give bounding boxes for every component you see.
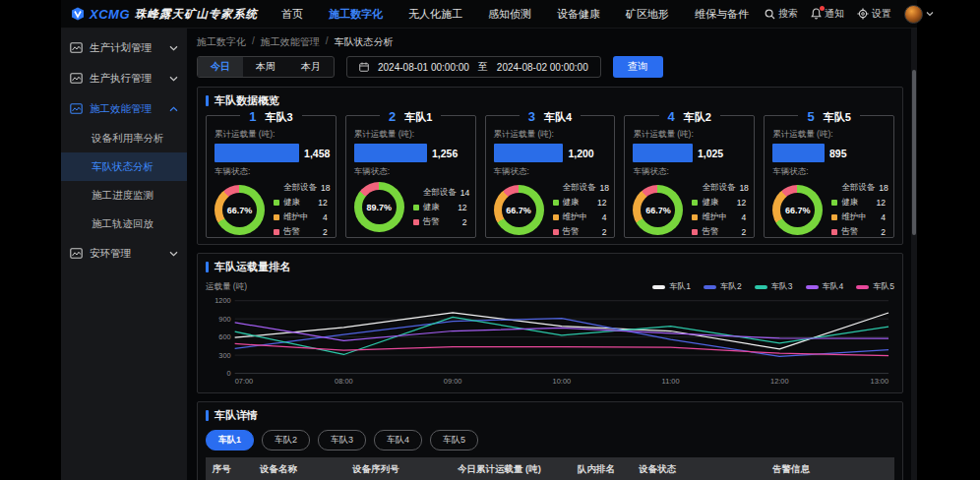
load-value: 1,256 <box>432 148 458 159</box>
details-title-text: 车队详情 <box>214 408 258 423</box>
legend-value: 2 <box>602 227 607 237</box>
settings-label: 设置 <box>872 7 891 21</box>
query-button[interactable]: 查询 <box>613 56 663 78</box>
legend-value: 4 <box>323 212 328 222</box>
legend-row: 健康12 <box>553 197 607 209</box>
sidebar-subitem-3-2[interactable]: 车队状态分析 <box>61 152 187 181</box>
sidebar-item-2[interactable]: 生产执行管理 <box>61 63 187 93</box>
filter-row: 今日本周本月 2024-08-01 00:00:00 至 2024-08-02 … <box>197 56 903 78</box>
chart-legend-item-1[interactable]: 车队1 <box>652 281 691 293</box>
line-chart: 0300600900120007:0008:0009:0010:0011:001… <box>206 294 894 387</box>
legend-row: 维护中4 <box>274 211 328 223</box>
load-value: 1,025 <box>698 148 723 159</box>
chart-legend: 车队1车队2车队3车队4车队5 <box>652 281 894 293</box>
fleet-card-5[interactable]: 5车队5累计运载量 (吨):895车辆状态:66.7%全部设备18健康12维护中… <box>764 115 894 238</box>
chart-title-text: 车队运载量排名 <box>214 260 290 274</box>
nav-item-1[interactable]: 首页 <box>281 7 303 22</box>
fleet-name: 车队3 <box>265 110 292 125</box>
chart-legend-item-4[interactable]: 车队4 <box>806 281 844 293</box>
status-label: 车辆状态: <box>633 166 746 178</box>
fleet-card-1[interactable]: 1车队3累计运载量 (吨):1,458车辆状态:66.7%全部设备18健康12维… <box>206 115 337 238</box>
legend-row: 全部设备18 <box>553 182 607 194</box>
x-tick-label: 08:00 <box>335 377 353 386</box>
sidebar-subitem-3-3[interactable]: 施工进度监测 <box>61 181 187 210</box>
app-body: 生产计划管理生产执行管理施工效能管理设备利用率分析车队状态分析施工进度监测施工轨… <box>61 29 917 480</box>
notifications-action[interactable]: 通知 <box>811 7 844 21</box>
fleet-name: 车队2 <box>684 110 711 125</box>
chart-legend-item-3[interactable]: 车队3 <box>755 281 793 293</box>
card-header-inner: 4车队2 <box>659 109 720 125</box>
overview-title-text: 车队数据概览 <box>214 93 279 108</box>
breadcrumb-item-2[interactable]: 施工效能管理 <box>261 35 320 49</box>
card-header-inner: 1车队3 <box>240 109 301 125</box>
x-tick-label: 12:00 <box>770 377 789 386</box>
user-menu[interactable] <box>904 5 934 24</box>
breadcrumb-item-3[interactable]: 车队状态分析 <box>335 35 394 49</box>
load-bar <box>214 144 299 162</box>
chart-legend-item-2[interactable]: 车队2 <box>704 281 742 293</box>
brand: XCMG 珠峰露天矿山专家系统 <box>71 7 266 22</box>
chart-panel-title: 车队运载量排名 <box>206 260 894 274</box>
time-range-segmented: 今日本周本月 <box>197 56 335 78</box>
nav-item-6[interactable]: 矿区地形 <box>626 7 669 22</box>
page-scrollbar-thumb[interactable] <box>912 70 916 235</box>
fleet-tab-5[interactable]: 车队5 <box>430 430 478 450</box>
status-donut-chart: 66.7% <box>772 185 823 235</box>
top-actions: 搜索 通知 设置 <box>765 5 934 24</box>
sidebar-subitem-3-1[interactable]: 设备利用率分析 <box>61 124 187 152</box>
nav-item-2[interactable]: 施工数字化 <box>329 7 383 22</box>
page-scrollbar[interactable] <box>911 29 917 480</box>
sidebar-subitem-3-4[interactable]: 施工轨迹回放 <box>61 210 187 238</box>
legend-row: 告警2 <box>553 226 607 238</box>
range-tab-1[interactable]: 今日 <box>198 57 243 77</box>
fleet-overview-panel: 车队数据概览 1车队3累计运载量 (吨):1,458车辆状态:66.7%全部设备… <box>197 87 903 245</box>
search-action[interactable]: 搜索 <box>765 7 798 21</box>
legend-row: 告警2 <box>692 226 746 238</box>
main-nav: 首页施工数字化无人化施工感知侦测设备健康矿区地形维保与备件 <box>281 7 749 22</box>
overview-panel-title: 车队数据概览 <box>206 93 894 108</box>
range-tab-3[interactable]: 本月 <box>288 57 334 77</box>
x-tick-label: 07:00 <box>235 377 254 386</box>
sidebar-item-label: 生产计划管理 <box>90 41 162 55</box>
sidebar-item-1[interactable]: 生产计划管理 <box>61 32 187 63</box>
fleet-tab-4[interactable]: 车队4 <box>374 430 422 450</box>
legend-value: 4 <box>602 212 607 222</box>
app-title: 珠峰露天矿山专家系统 <box>135 7 258 22</box>
fleet-tab-1[interactable]: 车队1 <box>206 430 254 450</box>
sidebar-item-3[interactable]: 施工效能管理 <box>61 93 187 124</box>
range-tab-2[interactable]: 本周 <box>243 57 288 77</box>
fleet-card-2[interactable]: 2车队1累计运载量 (吨):1,256车辆状态:89.7%全部设备14健康12告… <box>345 115 476 238</box>
chevron-down-icon <box>169 251 178 257</box>
fleet-card-4[interactable]: 4车队2累计运载量 (吨):1,025车辆状态:66.7%全部设备18健康12维… <box>624 115 755 238</box>
status-donut-row: 89.7%全部设备14健康12告警2 <box>354 182 467 232</box>
chart-legend-marker <box>652 285 665 289</box>
module-icon <box>70 103 83 114</box>
fleet-card-3[interactable]: 3车队4累计运载量 (吨):1,200车辆状态:66.7%全部设备18健康12维… <box>485 115 616 238</box>
load-bar-row: 1,025 <box>633 144 746 162</box>
nav-item-3[interactable]: 无人化施工 <box>408 7 462 22</box>
nav-item-4[interactable]: 感知侦测 <box>488 7 531 22</box>
date-range-picker[interactable]: 2024-08-01 00:00:00 至 2024-08-02 00:00:0… <box>346 56 601 78</box>
settings-action[interactable]: 设置 <box>857 7 891 21</box>
fleet-rank: 5 <box>807 109 814 124</box>
gear-icon <box>857 8 869 20</box>
fleet-tab-3[interactable]: 车队3 <box>318 430 366 450</box>
fleet-tab-2[interactable]: 车队2 <box>262 430 310 450</box>
legend-label: 全部设备 <box>702 182 735 194</box>
load-label: 累计运载量 (吨): <box>214 129 328 141</box>
module-icon <box>70 248 83 259</box>
sidebar: 生产计划管理生产执行管理施工效能管理设备利用率分析车队状态分析施工进度监测施工轨… <box>61 29 187 480</box>
legend-value: 18 <box>739 183 748 193</box>
legend-row: 全部设备18 <box>692 182 746 194</box>
legend-label: 告警 <box>841 226 877 238</box>
legend-label: 维护中 <box>563 211 598 223</box>
breadcrumb-item-1[interactable]: 施工数字化 <box>197 35 246 49</box>
xcmg-logo-icon <box>71 7 85 21</box>
chart-legend-item-5[interactable]: 车队5 <box>856 281 894 293</box>
legend-dot <box>553 200 559 206</box>
sidebar-item-4[interactable]: 安环管理 <box>61 238 187 269</box>
column-header-4: 今日累计运载量 (吨) <box>433 457 566 480</box>
nav-item-7[interactable]: 维保与备件 <box>695 7 749 22</box>
nav-item-5[interactable]: 设备健康 <box>557 7 600 22</box>
y-tick-label: 1200 <box>214 296 230 305</box>
